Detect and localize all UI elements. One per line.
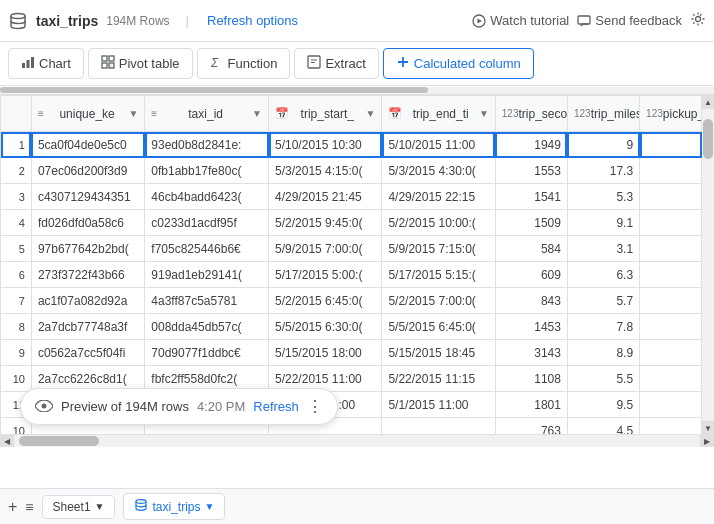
table-cell[interactable]: 1801 — [495, 392, 567, 418]
scroll-right-button[interactable]: ▶ — [700, 435, 714, 447]
chart-button[interactable]: Chart — [8, 48, 84, 79]
h-scroll-thumb[interactable] — [19, 436, 99, 446]
table-cell[interactable]: 584 — [495, 236, 567, 262]
scroll-down-button[interactable]: ▼ — [702, 421, 714, 435]
table-cell[interactable]: fd026dfd0a58c6 — [31, 210, 144, 236]
table-cell[interactable]: 5/22/2015 11:15 — [382, 366, 495, 392]
horizontal-scrollbar-bottom[interactable]: ◀ ▶ — [0, 435, 714, 447]
add-sheet-button[interactable]: + — [8, 498, 17, 516]
table-row[interactable]: 3c430712943435146cb4badd6423(4/29/2015 2… — [1, 184, 702, 210]
table-cell[interactable]: 5/1/2015 11:00 — [382, 392, 495, 418]
table-cell[interactable]: 4a3ff87c5a5781 — [145, 288, 269, 314]
table-cell[interactable]: 46cb4badd6423( — [145, 184, 269, 210]
table-cell[interactable]: 1553 — [495, 158, 567, 184]
more-vertical-icon[interactable]: ⋮ — [307, 397, 323, 416]
table-row[interactable]: 6273f3722f43b66919ad1eb29141(5/17/2015 5… — [1, 262, 702, 288]
table-row[interactable]: 4fd026dfd0a58c6c0233d1acdf95f5/2/2015 9:… — [1, 210, 702, 236]
table-cell[interactable] — [640, 314, 702, 340]
col-header-trip_miles[interactable]: 123 trip_miles ▼ — [567, 96, 639, 132]
table-cell[interactable] — [640, 340, 702, 366]
col-header-unique_ke[interactable]: ≡ unique_ke ▼ — [31, 96, 144, 132]
table-cell[interactable]: 5/17/2015 5:15:( — [382, 262, 495, 288]
horizontal-scrollbar-top[interactable] — [0, 87, 714, 95]
table-cell[interactable]: 07ec06d200f3d9 — [31, 158, 144, 184]
table-cell[interactable]: 5/5/2015 6:30:0( — [269, 314, 382, 340]
table-cell[interactable]: 1453 — [495, 314, 567, 340]
table-row[interactable]: 9c0562a7cc5f04fi70d9077f1ddbc€5/15/2015 … — [1, 340, 702, 366]
col-filter-trip_end[interactable]: ▼ — [479, 108, 489, 119]
table-cell[interactable]: 93ed0b8d2841e: — [145, 132, 269, 158]
table-cell[interactable] — [640, 132, 702, 158]
sheet1-tab[interactable]: Sheet1 ▼ — [42, 495, 116, 519]
table-cell[interactable]: 5/2/2015 10:00:( — [382, 210, 495, 236]
pivot-table-button[interactable]: Pivot table — [88, 48, 193, 79]
table-cell[interactable]: c0562a7cc5f04fi — [31, 340, 144, 366]
table-cell[interactable]: 5/15/2015 18:00 — [269, 340, 382, 366]
table-cell[interactable] — [640, 288, 702, 314]
table-cell[interactable]: 4/29/2015 21:45 — [269, 184, 382, 210]
table-cell[interactable]: 1509 — [495, 210, 567, 236]
table-row[interactable]: 7ac1f07a082d92a4a3ff87c5a57815/2/2015 6:… — [1, 288, 702, 314]
table-cell[interactable] — [640, 210, 702, 236]
table-cell[interactable]: 5/10/2015 10:30 — [269, 132, 382, 158]
table-cell[interactable]: 1108 — [495, 366, 567, 392]
table-cell[interactable]: 008dda45db57c( — [145, 314, 269, 340]
table-cell[interactable]: 9.5 — [567, 392, 639, 418]
table-cell[interactable]: 17.3 — [567, 158, 639, 184]
table-cell[interactable]: ac1f07a082d92a — [31, 288, 144, 314]
settings-button[interactable] — [690, 11, 706, 31]
table-cell[interactable] — [382, 418, 495, 436]
table-cell[interactable]: 1949 — [495, 132, 567, 158]
col-header-taxi_id[interactable]: ≡ taxi_id ▼ — [145, 96, 269, 132]
table-cell[interactable]: c0233d1acdf95f — [145, 210, 269, 236]
refresh-options-button[interactable]: Refresh options — [201, 9, 304, 32]
table-cell[interactable]: 4/29/2015 22:15 — [382, 184, 495, 210]
function-button[interactable]: Σ Function — [197, 48, 291, 79]
table-cell[interactable]: 7.8 — [567, 314, 639, 340]
table-cell[interactable]: 70d9077f1ddbc€ — [145, 340, 269, 366]
table-cell[interactable]: 5/15/2015 18:45 — [382, 340, 495, 366]
table-cell[interactable]: 5/2/2015 9:45:0( — [269, 210, 382, 236]
send-feedback-button[interactable]: Send feedback — [577, 13, 682, 28]
sheet-list-button[interactable]: ≡ — [25, 499, 33, 515]
table-cell[interactable]: 919ad1eb29141( — [145, 262, 269, 288]
scroll-thumb[interactable] — [703, 119, 713, 159]
col-header-pickup_c[interactable]: 123 pickup_c — [640, 96, 702, 132]
table-cell[interactable]: 5/3/2015 4:30:0( — [382, 158, 495, 184]
table-cell[interactable] — [640, 418, 702, 436]
scroll-left-button[interactable]: ◀ — [0, 435, 14, 447]
table-cell[interactable]: 763 — [495, 418, 567, 436]
col-filter-unique_ke[interactable]: ▼ — [128, 108, 138, 119]
table-cell[interactable]: 9 — [567, 132, 639, 158]
table-cell[interactable]: 5/9/2015 7:15:0( — [382, 236, 495, 262]
col-header-trip_start[interactable]: 📅 trip_start_ ▼ — [269, 96, 382, 132]
table-cell[interactable]: 5/3/2015 4:15:0( — [269, 158, 382, 184]
table-cell[interactable]: 3.1 — [567, 236, 639, 262]
table-cell[interactable]: 8.9 — [567, 340, 639, 366]
table-cell[interactable] — [640, 158, 702, 184]
extract-button[interactable]: Extract — [294, 48, 378, 79]
table-cell[interactable]: 5.5 — [567, 366, 639, 392]
table-row[interactable]: 597b677642b2bd(f705c825446b6€5/9/2015 7:… — [1, 236, 702, 262]
table-cell[interactable]: 5/5/2015 6:45:0( — [382, 314, 495, 340]
table-cell[interactable] — [640, 366, 702, 392]
table-cell[interactable]: 4.5 — [567, 418, 639, 436]
table-row[interactable]: 15ca0f04de0e5c093ed0b8d2841e:5/10/2015 1… — [1, 132, 702, 158]
taxi-trips-tab[interactable]: taxi_trips ▼ — [123, 493, 225, 520]
table-cell[interactable] — [640, 236, 702, 262]
col-header-trip_end[interactable]: 📅 trip_end_ti ▼ — [382, 96, 495, 132]
table-cell[interactable]: 609 — [495, 262, 567, 288]
table-cell[interactable]: 5/17/2015 5:00:( — [269, 262, 382, 288]
table-cell[interactable]: 843 — [495, 288, 567, 314]
preview-refresh-button[interactable]: Refresh — [253, 399, 299, 414]
table-cell[interactable]: 5.7 — [567, 288, 639, 314]
scroll-up-button[interactable]: ▲ — [702, 95, 714, 109]
table-row[interactable]: 207ec06d200f3d90fb1abb17fe80c(5/3/2015 4… — [1, 158, 702, 184]
table-cell[interactable]: 5.3 — [567, 184, 639, 210]
table-cell[interactable]: 5/9/2015 7:00:0( — [269, 236, 382, 262]
table-row[interactable]: 82a7dcb77748a3f008dda45db57c(5/5/2015 6:… — [1, 314, 702, 340]
table-cell[interactable]: 2a7dcb77748a3f — [31, 314, 144, 340]
calculated-column-button[interactable]: Calculated column — [383, 48, 534, 79]
vertical-scrollbar[interactable]: ▲ ▼ — [702, 95, 714, 435]
table-cell[interactable]: c4307129434351 — [31, 184, 144, 210]
